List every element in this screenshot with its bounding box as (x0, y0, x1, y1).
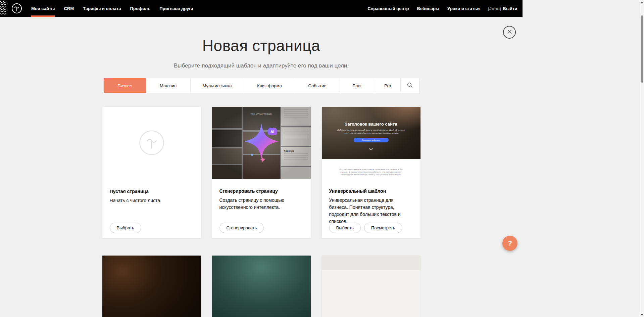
tab-event[interactable]: Событие (295, 78, 340, 93)
template-cards-row-2 (102, 256, 420, 317)
template-category-tabs: Бизнес Магазин Мультиссылка Квиз-форма С… (103, 78, 419, 93)
tab-store[interactable]: Магазин (146, 78, 191, 93)
chevron-down-icon (369, 146, 373, 152)
logout-link[interactable]: Выйти (503, 6, 517, 11)
nav-invite-friend[interactable]: Пригласи друга (159, 0, 193, 17)
preview-site-subtitle: Добавьте интересные подробности о вашей … (336, 129, 407, 135)
tilda-logo[interactable] (11, 0, 22, 17)
preview-site-title: Заголовок вашего сайта (322, 107, 420, 127)
choose-blank-button[interactable]: Выбрать (110, 223, 141, 233)
close-icon (507, 29, 512, 35)
card-description: Создать страницу с помощью искусственног… (219, 197, 303, 211)
user-account: (John) Выйти (488, 6, 517, 11)
template-card-blank: Пустая страница Начать с чистого листа. … (102, 107, 201, 238)
scrollbar-thumb[interactable] (641, 15, 643, 83)
user-name: (John) (488, 6, 501, 11)
template-card-partial[interactable] (212, 256, 311, 317)
main-nav: Мои сайты CRM Тарифы и оплата Профиль Пр… (31, 0, 193, 17)
card-title: Универсальный шаблон (329, 188, 413, 194)
ai-badge: AI (268, 128, 277, 135)
nav-crm[interactable]: CRM (64, 0, 74, 17)
template-card-ai-generate: Title of Your Website About us (212, 107, 311, 238)
tab-pro[interactable]: Pro (375, 78, 401, 93)
choose-universal-button[interactable]: Выбрать (329, 223, 361, 233)
page-subtitle: Выберите подходящий шаблон и адаптируйте… (0, 62, 523, 69)
scroll-up-arrow-icon[interactable] (640, 0, 644, 5)
secondary-nav: Справочный центр Вебинары Уроки и статьи… (367, 0, 517, 17)
scroll-down-arrow-icon[interactable] (640, 312, 644, 317)
new-page-dialog: Новая страница Выберите подходящий шабло… (0, 17, 523, 317)
page-title: Новая страница (0, 37, 523, 54)
preview-action-button: Основное действие (354, 138, 389, 142)
help-button[interactable]: ? (502, 236, 517, 251)
card-title: Сгенерировать страницу (219, 188, 303, 194)
template-cards-row-1: Пустая страница Начать с чистого листа. … (102, 107, 420, 238)
tab-business[interactable]: Бизнес (104, 78, 146, 93)
tab-search[interactable] (401, 78, 419, 93)
nav-help-center[interactable]: Справочный центр (367, 6, 409, 11)
tab-blog[interactable]: Блог (340, 78, 375, 93)
universal-template-preview: Заголовок вашего сайта Добавьте интересн… (322, 107, 420, 181)
nav-lessons[interactable]: Уроки и статьи (447, 6, 480, 11)
preview-body-text: Коротко представьтесь и расскажите о ком… (340, 168, 403, 176)
tab-quiz-form[interactable]: Квиз-форма (244, 78, 295, 93)
top-header: Мои сайты CRM Тарифы и оплата Профиль Пр… (0, 0, 523, 17)
tilda-watermark-icon (102, 107, 201, 156)
card-title: Пустая страница (110, 189, 194, 194)
close-button[interactable] (503, 26, 516, 39)
zigzag-pattern-decoration (0, 0, 7, 17)
nav-webinars[interactable]: Вебинары (417, 6, 439, 11)
tab-multilink[interactable]: Мультиссылка (191, 78, 244, 93)
generate-button[interactable]: Сгенерировать (219, 223, 264, 233)
card-description: Начать с чистого листа. (110, 197, 194, 204)
template-card-universal: Заголовок вашего сайта Добавьте интересн… (322, 107, 420, 238)
help-question-label: ? (508, 239, 512, 247)
ai-sparkle-icon (236, 117, 287, 169)
ai-preview-mosaic: Title of Your Website About us (212, 107, 311, 179)
nav-pricing[interactable]: Тарифы и оплата (83, 0, 121, 17)
search-icon (407, 82, 413, 89)
nav-my-sites[interactable]: Мои сайты (31, 0, 55, 17)
scrollbar[interactable] (640, 0, 644, 317)
template-card-partial[interactable] (322, 256, 420, 317)
card-description: Универсальная страница для бизнеса. Поня… (329, 197, 413, 225)
nav-profile[interactable]: Профиль (130, 0, 150, 17)
template-card-partial[interactable] (102, 256, 201, 317)
preview-universal-button[interactable]: Посмотреть (364, 223, 402, 233)
